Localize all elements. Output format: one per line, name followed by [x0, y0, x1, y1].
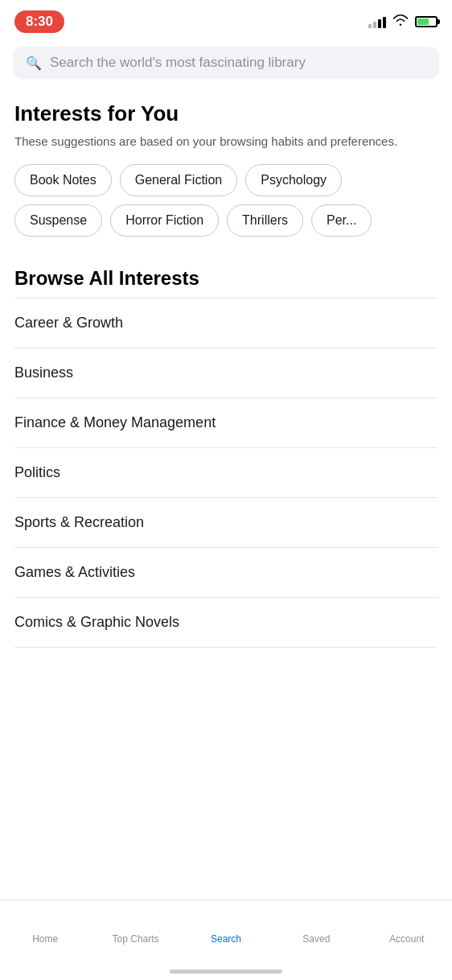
tag-horror-fiction[interactable]: Horror Fiction — [110, 204, 219, 237]
battery-icon — [415, 16, 438, 27]
search-bar-placeholder: Search the world's most fascinating libr… — [50, 55, 306, 71]
home-indicator — [170, 970, 282, 974]
interest-item-business[interactable]: Business — [14, 348, 438, 398]
status-bar: 8:30 — [0, 0, 452, 40]
interest-list: Career & Growth Business Finance & Money… — [14, 298, 438, 648]
tag-per[interactable]: Per... — [311, 204, 372, 237]
nav-label-top-charts: Top Charts — [113, 933, 159, 945]
interest-item-sports[interactable]: Sports & Recreation — [14, 498, 438, 548]
tags-row-1: Book Notes General Fiction Psychology — [14, 164, 438, 196]
status-time: 8:30 — [14, 10, 64, 33]
status-icons — [368, 14, 438, 30]
nav-item-account[interactable]: Account — [375, 908, 439, 945]
interests-subtitle: These suggestions are based on your brow… — [14, 133, 438, 150]
interest-item-career[interactable]: Career & Growth — [14, 298, 438, 348]
signal-icon — [368, 15, 386, 28]
nav-item-search[interactable]: Search — [194, 908, 258, 945]
tags-row-2: Suspense Horror Fiction Thrillers Per... — [14, 204, 438, 237]
tag-suspense[interactable]: Suspense — [14, 204, 102, 237]
nav-label-saved: Saved — [302, 933, 330, 945]
browse-title: Browse All Interests — [14, 267, 438, 290]
nav-item-top-charts[interactable]: Top Charts — [104, 908, 168, 945]
tag-general-fiction[interactable]: General Fiction — [120, 164, 238, 196]
search-bar[interactable]: 🔍 Search the world's most fascinating li… — [13, 47, 439, 79]
interests-section: Interests for You These suggestions are … — [0, 89, 452, 237]
wifi-icon — [392, 14, 409, 30]
interest-item-games[interactable]: Games & Activities — [14, 548, 438, 598]
tag-book-notes[interactable]: Book Notes — [14, 164, 112, 196]
browse-section: Browse All Interests Career & Growth Bus… — [0, 245, 452, 648]
bottom-nav: Home Top Charts Search Saved — [0, 900, 452, 980]
interest-item-finance[interactable]: Finance & Money Management — [14, 398, 438, 448]
interest-item-politics[interactable]: Politics — [14, 448, 438, 498]
nav-label-search: Search — [211, 933, 241, 945]
tag-psychology[interactable]: Psychology — [245, 164, 342, 196]
nav-label-home: Home — [32, 933, 58, 945]
interests-title: Interests for You — [14, 101, 438, 126]
interest-item-comics[interactable]: Comics & Graphic Novels — [14, 598, 438, 648]
search-bar-container: 🔍 Search the world's most fascinating li… — [0, 40, 452, 89]
nav-label-account: Account — [389, 933, 424, 945]
nav-item-saved[interactable]: Saved — [284, 908, 348, 945]
tag-thrillers[interactable]: Thrillers — [227, 204, 303, 237]
search-bar-icon: 🔍 — [26, 56, 42, 71]
nav-item-home[interactable]: Home — [13, 908, 77, 945]
